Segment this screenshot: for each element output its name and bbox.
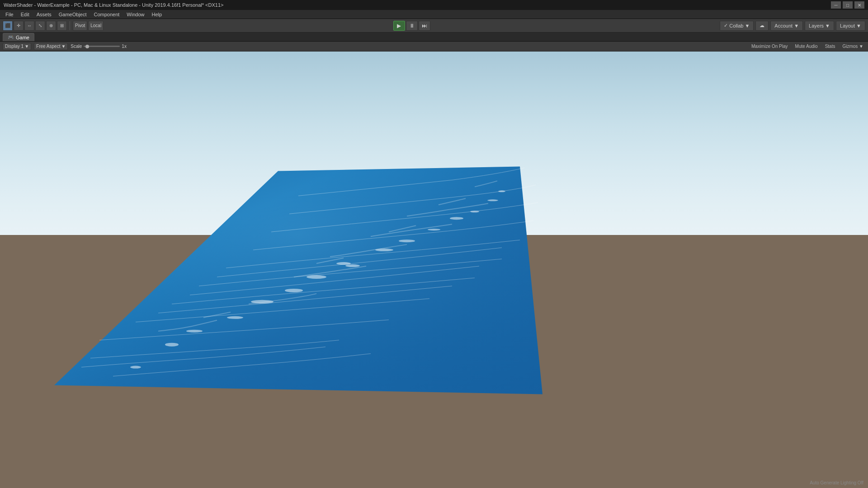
svg-point-0: [165, 343, 179, 347]
title-bar: WaterShader - WaterExample - PC, Mac & L…: [0, 0, 868, 10]
svg-point-13: [336, 262, 351, 265]
svg-point-1: [227, 316, 243, 319]
svg-point-9: [375, 249, 393, 251]
viewport-container: Auto Generate Lighting Off: [0, 52, 868, 488]
scale-value: 1x: [122, 44, 127, 49]
minimize-button[interactable]: ─: [831, 1, 841, 9]
scale-slider[interactable]: [84, 46, 120, 47]
svg-point-12: [186, 330, 203, 333]
viewport-right-controls: Maximize On Play Mute Audio Stats Gizmos…: [750, 43, 865, 49]
menu-assets[interactable]: Assets: [33, 10, 55, 19]
game-area: 🎮 Game Display 1 ▼ Free Aspect ▼ Scale 1…: [0, 33, 868, 488]
aspect-dropdown[interactable]: Free Aspect ▼: [34, 43, 68, 50]
svg-point-5: [450, 217, 463, 220]
water-specular: [54, 166, 542, 394]
layers-button[interactable]: Layers ▼: [805, 21, 834, 31]
scale-label: Scale: [71, 44, 82, 49]
menu-window[interactable]: Window: [123, 10, 148, 19]
tool-move[interactable]: ✛: [14, 21, 24, 31]
tab-bar: 🎮 Game: [0, 33, 868, 42]
svg-point-6: [487, 199, 498, 201]
svg-point-14: [470, 211, 479, 212]
scale-control: Scale 1x: [71, 44, 127, 49]
tool-scale[interactable]: ⤡: [35, 21, 45, 31]
main-content: 🎮 Game Display 1 ▼ Free Aspect ▼ Scale 1…: [0, 33, 868, 488]
svg-point-7: [130, 366, 141, 369]
tool-transform[interactable]: ⊞: [57, 21, 67, 31]
play-button[interactable]: ▶: [393, 21, 405, 31]
svg-point-11: [251, 300, 274, 304]
scale-thumb: [85, 45, 89, 48]
game-tab[interactable]: 🎮 Game: [3, 33, 34, 41]
maximize-button[interactable]: □: [843, 1, 853, 9]
svg-point-4: [399, 239, 415, 242]
tool-rotate[interactable]: ↔: [24, 21, 34, 31]
svg-point-2: [285, 289, 303, 292]
collab-button[interactable]: ✓ Collab ▼: [720, 21, 754, 31]
game-tab-icon: 🎮: [8, 34, 14, 40]
svg-point-8: [307, 275, 326, 279]
svg-point-10: [428, 229, 440, 230]
stats-btn[interactable]: Stats: [823, 43, 837, 49]
menu-help[interactable]: Help: [148, 10, 165, 19]
separator-1: [70, 21, 70, 30]
toolbar-right: ✓ Collab ▼ ☁ Account ▼ Layers ▼ Layout ▼: [720, 21, 865, 31]
gizmos-btn[interactable]: Gizmos ▼: [840, 43, 865, 49]
pivot-button[interactable]: Pivot: [73, 21, 87, 31]
local-button[interactable]: Local: [88, 21, 104, 31]
play-controls: ▶ ⏸ ⏭: [104, 21, 719, 31]
menu-file[interactable]: File: [2, 10, 17, 19]
cloud-button[interactable]: ☁: [755, 21, 769, 31]
layout-button[interactable]: Layout ▼: [836, 21, 865, 31]
window-title: WaterShader - WaterExample - PC, Mac & L…: [4, 2, 831, 8]
account-button[interactable]: Account ▼: [770, 21, 803, 31]
svg-point-15: [498, 190, 505, 192]
pause-button[interactable]: ⏸: [406, 21, 418, 31]
toolbar: ⬛ ✛ ↔ ⤡ ⊕ ⊞ Pivot Local ▶ ⏸ ⏭ ✓ Collab ▼…: [0, 19, 868, 33]
menu-gameobject[interactable]: GameObject: [55, 10, 90, 19]
lighting-notice: Auto Generate Lighting Off: [810, 480, 863, 485]
maximize-on-play-btn[interactable]: Maximize On Play: [750, 43, 790, 49]
step-button[interactable]: ⏭: [419, 21, 430, 31]
game-tab-label: Game: [16, 35, 29, 40]
menu-component[interactable]: Component: [90, 10, 123, 19]
viewport-toolbar: Display 1 ▼ Free Aspect ▼ Scale 1x Maxim…: [0, 42, 868, 52]
tool-rect[interactable]: ⊕: [46, 21, 56, 31]
menu-edit[interactable]: Edit: [17, 10, 33, 19]
water-surface: [0, 52, 868, 488]
window-controls: ─ □ ✕: [831, 1, 864, 9]
display-dropdown[interactable]: Display 1 ▼: [3, 43, 31, 50]
svg-point-3: [345, 264, 360, 267]
mute-audio-btn[interactable]: Mute Audio: [793, 43, 820, 49]
menu-bar: File Edit Assets GameObject Component Wi…: [0, 10, 868, 19]
close-button[interactable]: ✕: [854, 1, 864, 9]
tool-hand[interactable]: ⬛: [3, 21, 13, 31]
